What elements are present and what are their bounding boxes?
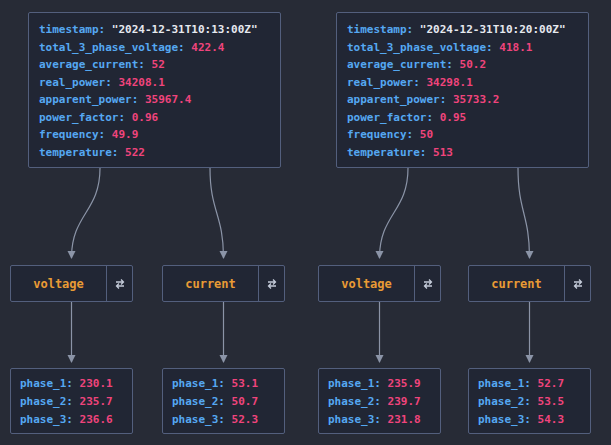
field-value: "2024-12-31T10:13:00Z" xyxy=(112,23,258,36)
field-key: average_current: xyxy=(347,58,453,71)
swap-arrows-icon xyxy=(422,278,434,290)
field-value: 34298.1 xyxy=(426,76,472,89)
field-value: 513 xyxy=(433,146,453,159)
expand-collapse-button[interactable] xyxy=(258,266,284,301)
field-row-phase1: phase_1: 235.9 xyxy=(328,375,431,393)
field-row-power-factor: power_factor: 0.95 xyxy=(347,109,578,127)
field-value: 522 xyxy=(125,146,145,159)
field-row-average-current: average_current: 52 xyxy=(39,56,270,74)
field-value: 0.95 xyxy=(440,111,467,124)
field-value: 239.7 xyxy=(388,395,421,408)
swap-arrows-icon xyxy=(572,278,584,290)
field-key: phase_2: xyxy=(478,395,531,408)
field-value: 236.6 xyxy=(80,413,113,426)
field-value: 0.96 xyxy=(132,111,159,124)
field-key: phase_3: xyxy=(328,413,381,426)
expand-collapse-button[interactable] xyxy=(414,266,440,301)
field-key: phase_2: xyxy=(20,395,73,408)
field-row-phase3: phase_3: 236.6 xyxy=(20,411,123,429)
field-key: temperature: xyxy=(39,146,118,159)
field-key: temperature: xyxy=(347,146,426,159)
field-value: 231.8 xyxy=(388,413,421,426)
field-row-phase3: phase_3: 52.3 xyxy=(172,411,275,429)
swap-arrows-icon xyxy=(266,278,278,290)
field-key: phase_1: xyxy=(478,377,531,390)
field-value: 50.2 xyxy=(460,58,487,71)
group-node-current-2[interactable]: current xyxy=(468,265,591,302)
field-key: average_current: xyxy=(39,58,145,71)
swap-arrows-icon xyxy=(114,278,126,290)
field-row-phase3: phase_3: 231.8 xyxy=(328,411,431,429)
field-key: phase_3: xyxy=(172,413,225,426)
expand-collapse-button[interactable] xyxy=(106,266,132,301)
field-value: 34208.1 xyxy=(118,76,164,89)
field-row-phase2: phase_2: 239.7 xyxy=(328,393,431,411)
field-value: "2024-12-31T10:20:00Z" xyxy=(420,23,566,36)
field-row-frequency: frequency: 50 xyxy=(347,126,578,144)
field-value: 35967.4 xyxy=(145,93,191,106)
field-key: total_3_phase_voltage: xyxy=(39,41,185,54)
group-label: voltage xyxy=(11,266,106,301)
field-value: 230.1 xyxy=(80,377,113,390)
field-row-total-voltage: total_3_phase_voltage: 418.1 xyxy=(347,39,578,57)
field-value: 235.9 xyxy=(388,377,421,390)
field-row-total-voltage: total_3_phase_voltage: 422.4 xyxy=(39,39,270,57)
field-row-phase1: phase_1: 230.1 xyxy=(20,375,123,393)
field-value: 418.1 xyxy=(499,41,532,54)
field-key: frequency: xyxy=(347,128,413,141)
field-key: apparent_power: xyxy=(39,93,138,106)
field-value: 53.1 xyxy=(232,377,259,390)
field-row-phase3: phase_3: 54.3 xyxy=(478,411,581,429)
field-key: frequency: xyxy=(39,128,105,141)
field-row-apparent-power: apparent_power: 35733.2 xyxy=(347,91,578,109)
graph-canvas[interactable]: timestamp: "2024-12-31T10:13:00Z" total_… xyxy=(0,0,611,445)
group-node-voltage-2[interactable]: voltage xyxy=(318,265,441,302)
field-key: real_power: xyxy=(39,76,112,89)
field-key: phase_1: xyxy=(172,377,225,390)
field-key: phase_3: xyxy=(20,413,73,426)
field-row-real-power: real_power: 34208.1 xyxy=(39,74,270,92)
field-key: timestamp: xyxy=(39,23,105,36)
field-row-frequency: frequency: 49.9 xyxy=(39,126,270,144)
field-key: phase_1: xyxy=(328,377,381,390)
field-row-phase2: phase_2: 50.7 xyxy=(172,393,275,411)
field-value: 52.3 xyxy=(232,413,259,426)
record-node-2[interactable]: timestamp: "2024-12-31T10:20:00Z" total_… xyxy=(336,12,589,168)
field-key: real_power: xyxy=(347,76,420,89)
field-key: power_factor: xyxy=(347,111,433,124)
phase-node-voltage-1[interactable]: phase_1: 230.1 phase_2: 235.7 phase_3: 2… xyxy=(10,368,133,434)
group-label: current xyxy=(469,266,564,301)
phase-node-voltage-2[interactable]: phase_1: 235.9 phase_2: 239.7 phase_3: 2… xyxy=(318,368,441,434)
group-label: current xyxy=(163,266,258,301)
field-row-temperature: temperature: 513 xyxy=(347,144,578,162)
edge-record2-current xyxy=(518,168,530,258)
phase-node-current-2[interactable]: phase_1: 52.7 phase_2: 53.5 phase_3: 54.… xyxy=(468,368,591,434)
field-value: 54.3 xyxy=(538,413,565,426)
field-key: apparent_power: xyxy=(347,93,446,106)
expand-collapse-button[interactable] xyxy=(564,266,590,301)
field-value: 422.4 xyxy=(191,41,224,54)
field-value: 235.7 xyxy=(80,395,113,408)
group-node-current-1[interactable]: current xyxy=(162,265,285,302)
field-row-apparent-power: apparent_power: 35967.4 xyxy=(39,91,270,109)
edge-record2-voltage xyxy=(380,168,409,258)
field-row-timestamp: timestamp: "2024-12-31T10:13:00Z" xyxy=(39,21,270,39)
field-row-phase2: phase_2: 235.7 xyxy=(20,393,123,411)
field-key: power_factor: xyxy=(39,111,125,124)
phase-node-current-1[interactable]: phase_1: 53.1 phase_2: 50.7 phase_3: 52.… xyxy=(162,368,285,434)
field-row-phase1: phase_1: 52.7 xyxy=(478,375,581,393)
field-row-phase2: phase_2: 53.5 xyxy=(478,393,581,411)
field-key: phase_2: xyxy=(172,395,225,408)
field-row-temperature: temperature: 522 xyxy=(39,144,270,162)
field-key: phase_1: xyxy=(20,377,73,390)
field-value: 53.5 xyxy=(538,395,565,408)
field-value: 52 xyxy=(152,58,165,71)
field-key: phase_2: xyxy=(328,395,381,408)
record-node-1[interactable]: timestamp: "2024-12-31T10:13:00Z" total_… xyxy=(28,12,281,168)
field-value: 50.7 xyxy=(232,395,259,408)
group-node-voltage-1[interactable]: voltage xyxy=(10,265,133,302)
field-row-average-current: average_current: 50.2 xyxy=(347,56,578,74)
field-key: phase_3: xyxy=(478,413,531,426)
field-value: 50 xyxy=(420,128,433,141)
field-row-timestamp: timestamp: "2024-12-31T10:20:00Z" xyxy=(347,21,578,39)
